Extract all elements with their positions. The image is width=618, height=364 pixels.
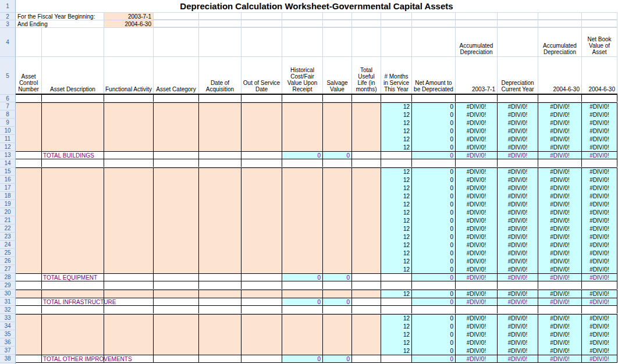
cell-L20[interactable]: #DIV/0! [456,208,498,216]
cell-E38[interactable] [199,355,241,362]
cell-E35[interactable] [199,330,241,338]
cell-D20[interactable] [154,208,199,216]
cell-I24[interactable] [352,241,381,249]
cell-D2[interactable] [154,13,199,19]
cell-C34[interactable] [104,322,154,330]
cell-B4[interactable] [42,28,104,56]
cell-N34[interactable]: #DIV/0! [538,322,582,330]
cell-H19[interactable] [323,200,352,208]
cell-A19[interactable] [16,200,42,208]
cell-C12[interactable] [104,143,154,151]
cell-B12[interactable] [42,143,104,151]
cell-I14[interactable] [352,159,381,167]
cell-D21[interactable] [154,216,199,224]
column-header-M[interactable]: Depreciation Current Year [498,57,538,94]
cell-B26[interactable] [42,257,104,265]
cell-K29[interactable] [412,281,456,289]
cell-F13[interactable] [241,152,282,159]
cell-G7[interactable] [282,103,323,110]
cell-G23[interactable] [282,233,323,241]
cell-L22[interactable]: #DIV/0! [456,224,498,233]
group-header-O[interactable]: Net Book Value of Asset [582,28,617,56]
cell-D29[interactable] [154,281,199,289]
cell-F32[interactable] [241,306,282,313]
cell-L34[interactable]: #DIV/0! [456,322,498,330]
cell-N27[interactable]: #DIV/0! [538,265,582,273]
cell-J7[interactable]: 12 [381,103,412,110]
cell-E4[interactable] [199,28,241,56]
cell-N18[interactable]: #DIV/0! [538,192,582,200]
cell-A32[interactable] [16,306,42,313]
row-header-4[interactable]: 4 [0,28,16,57]
cell-D22[interactable] [154,224,199,233]
cell-O11[interactable]: #DIV/0! [582,135,617,143]
cell-I23[interactable] [352,233,381,241]
cell-M6[interactable] [498,95,538,102]
cell-K32[interactable] [412,306,456,313]
row-header-24[interactable]: 24 [0,241,16,249]
cell-N19[interactable]: #DIV/0! [538,200,582,208]
cell-F22[interactable] [241,224,282,233]
cell-I11[interactable] [352,135,381,143]
cell-M15[interactable]: #DIV/0! [498,168,538,176]
cell-M31[interactable]: #DIV/0! [498,298,538,305]
cell-H32[interactable] [323,306,352,313]
cell-A7[interactable] [16,103,42,110]
cell-F26[interactable] [241,257,282,265]
cell-N30[interactable]: #DIV/0! [538,290,582,298]
cell-M29[interactable] [498,281,538,289]
cell-J35[interactable]: 12 [381,330,412,338]
cell-I16[interactable] [352,176,381,184]
cell-E31[interactable] [199,298,241,305]
cell-O3[interactable] [582,20,617,27]
cell-J20[interactable]: 12 [381,208,412,216]
cell-K9[interactable]: 0 [412,119,456,127]
cell-L26[interactable]: #DIV/0! [456,257,498,265]
total-label-38[interactable]: TOTAL OTHER IMPROVEMENTS [42,355,104,362]
cell-K33[interactable]: 0 [412,315,456,322]
cell-J32[interactable] [381,306,412,313]
cell-F3[interactable] [241,20,282,27]
cell-B8[interactable] [42,110,104,119]
cell-J19[interactable]: 12 [381,200,412,208]
cell-J37[interactable]: 12 [381,347,412,355]
cell-L13[interactable]: #DIV/0! [456,152,498,159]
column-header-O[interactable]: 2004-6-30 [582,57,617,94]
cell-E27[interactable] [199,265,241,273]
cell-N38[interactable]: #DIV/0! [538,355,582,362]
cell-G20[interactable] [282,208,323,216]
cell-A34[interactable] [16,322,42,330]
cell-D17[interactable] [154,184,199,192]
cell-D6[interactable] [154,95,199,102]
cell-L3[interactable] [456,20,498,27]
cell-M16[interactable]: #DIV/0! [498,176,538,184]
row-header-8[interactable]: 8 [0,110,16,119]
cell-K18[interactable]: 0 [412,192,456,200]
cell-E12[interactable] [199,143,241,151]
row-header-5[interactable]: 5 [0,57,16,95]
cell-L2[interactable] [456,13,498,19]
cell-G11[interactable] [282,135,323,143]
cell-D38[interactable] [154,355,199,362]
cell-I19[interactable] [352,200,381,208]
cell-D14[interactable] [154,159,199,167]
cell-M26[interactable]: #DIV/0! [498,257,538,265]
cell-H21[interactable] [323,216,352,224]
cell-A38[interactable] [16,355,42,362]
cell-M35[interactable]: #DIV/0! [498,330,538,338]
cell-F10[interactable] [241,127,282,135]
cell-J14[interactable] [381,159,412,167]
cell-D16[interactable] [154,176,199,184]
cell-K35[interactable]: 0 [412,330,456,338]
cell-O21[interactable]: #DIV/0! [582,216,617,224]
cell-G30[interactable] [282,290,323,298]
cell-H28[interactable]: 0 [323,274,352,281]
cell-B19[interactable] [42,200,104,208]
cell-I21[interactable] [352,216,381,224]
cell-I25[interactable] [352,249,381,257]
cell-N24[interactable]: #DIV/0! [538,241,582,249]
cell-I18[interactable] [352,192,381,200]
cell-E33[interactable] [199,315,241,322]
cell-G3[interactable] [282,20,323,27]
cell-M12[interactable]: #DIV/0! [498,143,538,151]
